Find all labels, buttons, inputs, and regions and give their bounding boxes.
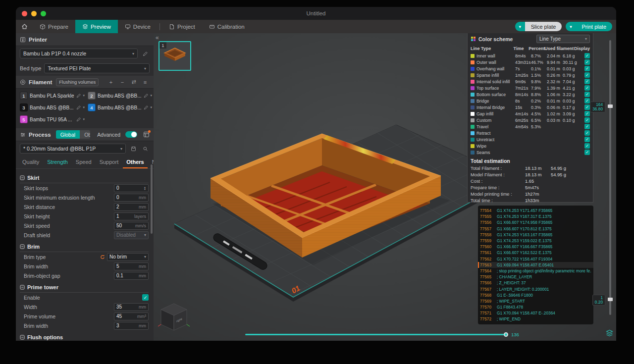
tab-quality[interactable]: Quality	[19, 157, 43, 168]
gcode-line[interactable]: 77565 ; CHANGE_LAYER	[478, 274, 593, 280]
display-checkbox[interactable]: ✓	[584, 104, 590, 110]
edit-filament-icon[interactable]	[144, 93, 149, 98]
edit-filament-icon[interactable]	[76, 105, 81, 110]
display-checkbox[interactable]: ✓	[584, 53, 590, 58]
settings-group-header[interactable]: Brim	[20, 242, 149, 252]
layer-slider-top-handle[interactable]	[608, 104, 613, 108]
filament-settings-icon[interactable]: ≡	[141, 78, 150, 87]
gcode-line[interactable]: 77571 G1 X70.094 Y158.407 E-.20364	[478, 310, 593, 316]
undo-icon[interactable]	[100, 255, 105, 260]
edit-printer-icon[interactable]	[141, 49, 150, 58]
setting-input[interactable]: 45mm³	[114, 312, 149, 320]
display-checkbox[interactable]: ✓	[584, 143, 590, 149]
filament-color-badge[interactable]: 1	[20, 92, 28, 100]
bed-type-select[interactable]: Textured PEI Plate ▾	[44, 63, 150, 73]
move-slider-track[interactable]	[245, 334, 507, 335]
display-checkbox[interactable]: ✓	[584, 66, 590, 71]
tab-objects[interactable]: Objects	[80, 130, 90, 139]
edit-filament-icon[interactable]	[76, 117, 81, 122]
chevron-down-icon[interactable]: ▾	[83, 94, 85, 98]
save-preset-icon[interactable]	[129, 144, 138, 153]
display-checkbox[interactable]: ✓	[584, 85, 590, 91]
setting-input[interactable]: 1layers	[114, 212, 149, 220]
chevron-down-icon[interactable]: ▾	[83, 117, 85, 121]
tab-speed[interactable]: Speed	[72, 157, 95, 168]
gcode-line[interactable]: 77564 ; stop printing object grid/infini…	[478, 268, 593, 274]
filament-color-badge[interactable]: 3	[20, 104, 28, 111]
tab-global[interactable]: Global	[56, 130, 80, 139]
gcode-line[interactable]: 77561 G1 X66.607 Y162.522 E.1375	[478, 250, 593, 256]
tab-strength[interactable]: Strength	[44, 157, 71, 168]
layers-icon[interactable]	[606, 329, 613, 337]
viewport-3d[interactable]: 01	[154, 33, 616, 341]
setting-input[interactable]: 2mm	[114, 203, 149, 211]
filament-color-badge[interactable]: 4	[88, 104, 96, 111]
move-slider[interactable]: 136	[245, 331, 519, 338]
layer-slider-track[interactable]	[609, 40, 611, 315]
tab-others[interactable]: Others	[123, 157, 147, 168]
process-preset-select[interactable]: * 0.20mm Standard @BBL P1P ▾	[20, 144, 126, 154]
gcode-line[interactable]: 77562 G1 X70.722 Y158.407 F19304	[478, 256, 593, 262]
print-plate-button[interactable]: ▾ Print plate	[566, 22, 612, 31]
gcode-line[interactable]: 77570 G1 F8843.478	[478, 304, 593, 310]
filament-color-badge[interactable]: 2	[88, 92, 96, 100]
display-checkbox[interactable]: ✓	[584, 130, 590, 136]
display-checkbox[interactable]: ✓	[584, 150, 590, 155]
sidebar-scrollbar[interactable]	[151, 164, 153, 234]
setting-input[interactable]: 0.1mm	[114, 272, 149, 280]
filament-item[interactable]: 5 Bambu TPU 95A ... ▾	[20, 114, 85, 124]
gcode-line[interactable]: 77569 ; WIPE_START	[478, 298, 593, 304]
settings-group-header[interactable]: Prime tower	[20, 282, 149, 293]
display-checkbox[interactable]: ✓	[584, 137, 590, 142]
tab-preview[interactable]: Preview	[75, 20, 118, 33]
filament-item[interactable]: 1 Bambu PLA Sparkle ▾	[20, 91, 85, 101]
settings-group-header[interactable]: Flush options	[20, 332, 149, 341]
setting-input[interactable]: 50mm/s	[114, 222, 149, 230]
print-dropdown-caret[interactable]: ▾	[566, 22, 576, 31]
settings-group-header[interactable]: Skirt	[20, 173, 149, 183]
gcode-line[interactable]: 77560 G1 X66.607 Y166.667 F35865	[478, 244, 593, 250]
edit-filament-icon[interactable]	[144, 105, 149, 110]
setting-input[interactable]: 0▲▼	[114, 184, 149, 192]
gcode-line[interactable]: 77554 G1 X74.253 Y171.457 F35865	[478, 208, 593, 213]
setting-input[interactable]: 5mm	[114, 262, 149, 270]
tab-project[interactable]: Project	[162, 20, 202, 33]
tab-calibration[interactable]: Calibration	[202, 20, 252, 33]
gcode-line[interactable]: 77563 G1 X69.094 Y158.407 E.05401	[478, 262, 593, 268]
gcode-line[interactable]: 77558 G1 X74.253 Y163.167 F35865	[478, 232, 593, 238]
add-filament-icon[interactable]: +	[106, 78, 115, 87]
gcode-line[interactable]: 77567 ; LAYER_HEIGHT: 0.200001	[478, 286, 593, 292]
filament-color-badge[interactable]: 5	[20, 115, 28, 123]
setting-checkbox[interactable]: ✓	[142, 294, 149, 301]
edit-filament-icon[interactable]	[76, 93, 81, 98]
gcode-line[interactable]: 77559 G1 X74.253 Y159.022 E.1375	[478, 238, 593, 244]
flushing-volumes-button[interactable]: Flushing volumes	[56, 78, 99, 86]
navigation-cube[interactable]: right	[158, 302, 190, 336]
home-button[interactable]	[16, 20, 33, 33]
display-checkbox[interactable]: ✓	[584, 111, 590, 116]
setting-input[interactable]: 3mm	[114, 322, 149, 330]
move-slider-handle[interactable]	[504, 332, 508, 337]
display-checkbox[interactable]: ✓	[584, 117, 590, 123]
tab-support[interactable]: Support	[96, 157, 122, 168]
chevron-down-icon[interactable]: ▾	[151, 105, 153, 109]
search-preset-icon[interactable]	[141, 144, 150, 153]
color-scheme-select[interactable]: Line Type ▾	[536, 35, 590, 43]
parameter-table-icon[interactable]	[143, 131, 150, 138]
remove-filament-icon[interactable]: −	[118, 78, 127, 87]
printer-select[interactable]: Bambu Lab P1P 0.4 nozzle ▾	[20, 49, 138, 58]
collapse-sidebar-icon[interactable]: «	[156, 34, 159, 41]
gcode-line[interactable]: 77556 G1 X66.607 Y174.958 F35865	[478, 219, 593, 225]
slice-plate-button[interactable]: ▾ Slice plate	[515, 22, 562, 31]
display-checkbox[interactable]: ✓	[584, 79, 590, 84]
advanced-toggle[interactable]	[125, 131, 137, 138]
layer-slider-bottom-handle[interactable]	[608, 298, 613, 301]
spinner-arrows[interactable]: ▲▼	[144, 186, 146, 190]
setting-select[interactable]: Disabled▾	[114, 231, 149, 239]
tab-device[interactable]: Device	[118, 20, 158, 33]
setting-input[interactable]: 35mm	[114, 303, 149, 311]
chevron-down-icon[interactable]: ▾	[151, 94, 153, 98]
slice-dropdown-caret[interactable]: ▾	[515, 22, 525, 31]
display-checkbox[interactable]: ✓	[584, 59, 590, 65]
display-checkbox[interactable]: ✓	[584, 72, 590, 78]
